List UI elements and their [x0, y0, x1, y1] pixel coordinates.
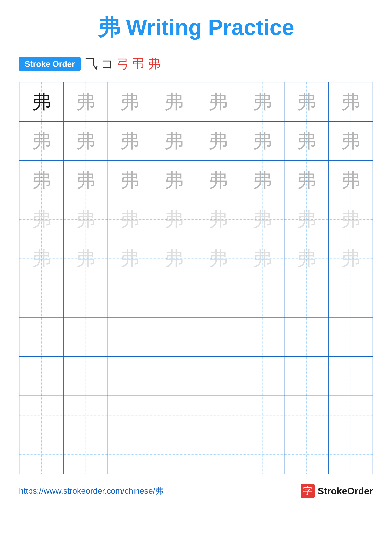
grid-cell[interactable]: 弗 — [284, 122, 328, 161]
grid-cell[interactable] — [284, 278, 328, 317]
grid-cell[interactable]: 弗 — [328, 122, 373, 161]
grid-cell[interactable]: 弗 — [108, 82, 152, 122]
grid-cell[interactable] — [152, 435, 196, 474]
grid-cell[interactable]: 弗 — [328, 82, 373, 122]
grid-cell[interactable] — [284, 317, 328, 357]
grid-cell[interactable] — [108, 357, 152, 396]
grid-cell[interactable] — [196, 357, 240, 396]
grid-cell[interactable] — [240, 278, 284, 317]
grid-cell[interactable]: 弗 — [64, 122, 107, 161]
grid-cell[interactable]: 弗 — [328, 161, 373, 200]
grid-cell[interactable] — [196, 435, 240, 474]
grid-cell[interactable]: 弗 — [152, 82, 196, 122]
grid-cell[interactable]: 弗 — [196, 161, 240, 200]
grid-cell[interactable]: 弗 — [284, 161, 328, 200]
grid-cell[interactable]: 弗 — [19, 161, 64, 200]
grid-cell[interactable] — [108, 435, 152, 474]
footer-url[interactable]: https://www.strokeorder.com/chinese/弗 — [19, 485, 163, 497]
practice-char: 弗 — [341, 210, 360, 229]
grid-cell[interactable]: 弗 — [64, 200, 107, 239]
grid-cell[interactable]: 弗 — [152, 161, 196, 200]
grid-cell[interactable] — [284, 435, 328, 474]
practice-char: 弗 — [76, 131, 95, 150]
grid-cell[interactable]: 弗 — [152, 200, 196, 239]
grid-cell[interactable] — [240, 317, 284, 357]
grid-cell[interactable]: 弗 — [19, 82, 64, 122]
grid-cell[interactable]: 弗 — [328, 200, 373, 239]
grid-cell[interactable]: 弗 — [240, 122, 284, 161]
grid-cell[interactable] — [152, 317, 196, 357]
page: 弗 Writing Practice Stroke Order ⺄ コ 弓 弔 … — [0, 0, 392, 555]
practice-char: 弗 — [120, 92, 139, 111]
practice-char: 弗 — [164, 171, 183, 190]
practice-char: 弗 — [253, 171, 272, 190]
grid-cell[interactable]: 弗 — [108, 122, 152, 161]
grid-cell[interactable] — [108, 278, 152, 317]
grid-cell[interactable]: 弗 — [108, 161, 152, 200]
grid-cell[interactable] — [196, 317, 240, 357]
grid-cell[interactable] — [240, 357, 284, 396]
grid-cell[interactable] — [64, 396, 107, 435]
grid-cell[interactable]: 弗 — [240, 200, 284, 239]
grid-cell[interactable]: 弗 — [64, 161, 107, 200]
practice-char: 弗 — [297, 92, 316, 111]
grid-cell[interactable]: 弗 — [328, 239, 373, 278]
stroke-3: 弓 — [117, 55, 129, 73]
grid-cell[interactable] — [152, 396, 196, 435]
grid-cell[interactable]: 弗 — [64, 82, 107, 122]
grid-cell[interactable] — [240, 396, 284, 435]
grid-cell[interactable]: 弗 — [19, 122, 64, 161]
grid-cell[interactable] — [328, 357, 373, 396]
grid-cell[interactable]: 弗 — [19, 200, 64, 239]
grid-cell[interactable]: 弗 — [240, 161, 284, 200]
grid-cell[interactable] — [19, 435, 64, 474]
grid-cell[interactable]: 弗 — [284, 200, 328, 239]
grid-cell[interactable]: 弗 — [19, 239, 64, 278]
grid-cell[interactable] — [64, 317, 107, 357]
grid-cell[interactable] — [64, 357, 107, 396]
stroke-1: ⺄ — [86, 55, 98, 73]
grid-cell[interactable] — [196, 396, 240, 435]
practice-char: 弗 — [76, 171, 95, 190]
grid-cell[interactable] — [284, 396, 328, 435]
grid-cell[interactable] — [152, 357, 196, 396]
grid-cell[interactable]: 弗 — [196, 200, 240, 239]
grid-cell[interactable]: 弗 — [196, 239, 240, 278]
grid-cell[interactable] — [19, 357, 64, 396]
grid-cell[interactable] — [19, 278, 64, 317]
grid-cell[interactable] — [328, 396, 373, 435]
grid-cell[interactable] — [108, 317, 152, 357]
grid-cell[interactable]: 弗 — [284, 239, 328, 278]
grid-cell[interactable]: 弗 — [152, 239, 196, 278]
grid-cell[interactable] — [196, 278, 240, 317]
stroke-2: コ — [101, 55, 114, 73]
grid-cell[interactable]: 弗 — [196, 122, 240, 161]
grid-cell[interactable]: 弗 — [240, 82, 284, 122]
grid-cell[interactable] — [284, 357, 328, 396]
practice-char: 弗 — [253, 92, 272, 111]
grid-cell[interactable]: 弗 — [152, 122, 196, 161]
grid-cell[interactable] — [64, 435, 107, 474]
grid-cell[interactable]: 弗 — [240, 239, 284, 278]
grid-cell[interactable] — [64, 278, 107, 317]
practice-char: 弗 — [32, 92, 51, 111]
grid-cell[interactable] — [240, 435, 284, 474]
practice-char: 弗 — [76, 210, 95, 229]
practice-char: 弗 — [341, 92, 360, 111]
grid-cell[interactable] — [328, 435, 373, 474]
grid-cell[interactable] — [328, 317, 373, 357]
grid-cell[interactable] — [328, 278, 373, 317]
grid-cell[interactable]: 弗 — [108, 200, 152, 239]
practice-char: 弗 — [32, 249, 51, 268]
practice-char: 弗 — [341, 249, 360, 268]
grid-cell[interactable]: 弗 — [196, 82, 240, 122]
practice-char: 弗 — [164, 210, 183, 229]
grid-cell[interactable] — [19, 317, 64, 357]
grid-cell[interactable]: 弗 — [64, 239, 107, 278]
grid-cell[interactable] — [152, 278, 196, 317]
grid-cell[interactable] — [19, 396, 64, 435]
grid-cell[interactable]: 弗 — [108, 239, 152, 278]
grid-cell[interactable]: 弗 — [284, 82, 328, 122]
practice-char: 弗 — [32, 131, 51, 150]
grid-cell[interactable] — [108, 396, 152, 435]
